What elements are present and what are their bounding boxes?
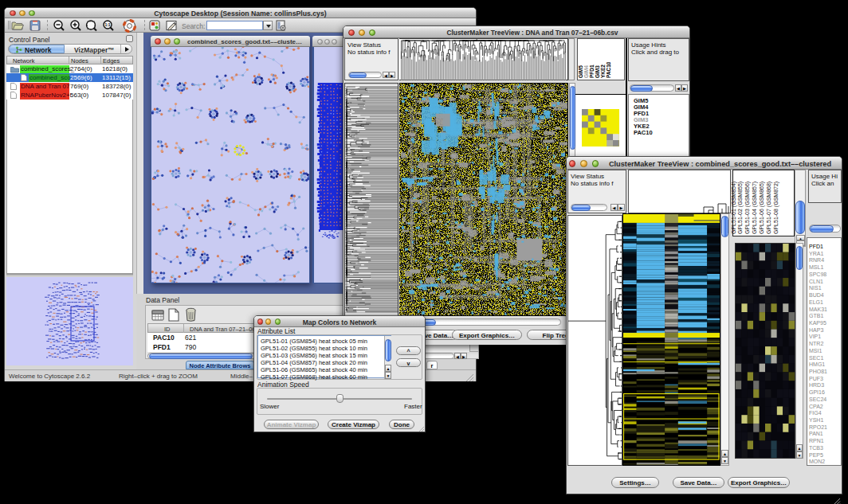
- svg-text:1:1: 1:1: [104, 22, 110, 27]
